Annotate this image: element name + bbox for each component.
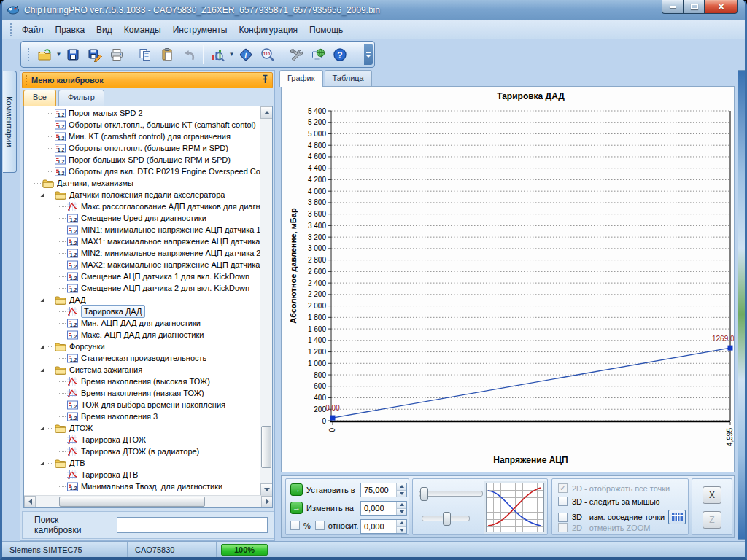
slider-top-thumb[interactable] [420, 487, 428, 501]
spin-down-icon[interactable] [397, 526, 406, 534]
tree-item[interactable]: Тарировка ДТОЖ [24, 434, 260, 446]
set-to-input[interactable]: 75,000 [360, 483, 407, 497]
toolbar-overflow-button[interactable] [364, 44, 373, 65]
tab-graph[interactable]: График [279, 70, 323, 87]
menu-view[interactable]: Вид [90, 23, 118, 37]
tree-expand-icon[interactable] [39, 460, 47, 466]
tree-item[interactable]: 1.2Порог малых SPD 2 [24, 107, 260, 119]
tools-button[interactable] [285, 44, 307, 66]
tree-expand-icon[interactable] [39, 343, 47, 349]
tree-item[interactable]: Форсунки [24, 341, 260, 352]
checkbox-3d-follow-mouse[interactable] [558, 497, 568, 506]
change-by-input[interactable]: 0,000 [360, 501, 407, 516]
tree-item[interactable]: Время накопления (низкая ТОЖ) [24, 387, 260, 399]
relative-input[interactable]: 0,000 [360, 519, 407, 534]
menu-commands[interactable]: Команды [118, 23, 167, 37]
apply-change-button[interactable]: → [290, 502, 303, 514]
copy-button[interactable] [134, 44, 156, 66]
tree-item[interactable]: Тарировка ДТОЖ (в радиаторе) [24, 446, 260, 457]
slider-bottom[interactable] [422, 516, 470, 521]
tree-item[interactable]: ДТВ [24, 457, 260, 469]
apply-set-button[interactable]: → [290, 483, 303, 496]
spin-up-icon[interactable] [397, 520, 406, 526]
open-file-button[interactable] [34, 44, 55, 66]
tree-item[interactable]: 1.2Смещение АЦП датчика 2 для вкл. KickD… [24, 282, 260, 294]
scroll-left-button[interactable] [24, 496, 36, 508]
spin-up-icon[interactable] [397, 502, 406, 508]
tree-item[interactable]: 1.2Мин. KT (camshaft control) для ограни… [24, 131, 260, 142]
chart-mode-button-dropdown[interactable]: ▼ [228, 44, 235, 66]
tree-item[interactable]: Система зажигания [24, 364, 260, 376]
tree-item[interactable]: 1.2MIN2: минимальное напряжение АЦП датч… [24, 247, 260, 259]
scroll-right-button[interactable] [261, 496, 273, 508]
info-button[interactable]: i [235, 44, 257, 66]
tree-item[interactable]: ДАД [24, 294, 260, 306]
paste-button[interactable] [156, 44, 178, 66]
tree-horizontal-scrollbar[interactable] [24, 495, 273, 508]
z-axis-button[interactable]: Z [703, 511, 721, 529]
slider-bottom-thumb[interactable] [443, 512, 451, 526]
close-button[interactable]: × [705, 0, 738, 14]
tree-vertical-scrollbar[interactable] [260, 106, 272, 496]
tree-item[interactable]: 1.2MAX1: максимальное напряжение АЦП дат… [24, 236, 260, 247]
help-button[interactable]: ? [329, 44, 351, 66]
tree-item[interactable]: ДТОЖ [24, 422, 260, 434]
tree-item[interactable]: 1.2Смещение Uped для диагностики [24, 212, 260, 224]
menu-instruments[interactable]: Инструменты [167, 23, 233, 37]
scroll-down-button[interactable] [260, 483, 273, 496]
slider-top[interactable] [419, 491, 483, 497]
search-input[interactable] [117, 517, 268, 533]
online-update-button[interactable] [307, 44, 329, 66]
checkbox-2d-cancel-zoom[interactable] [558, 523, 568, 532]
open-file-button-dropdown[interactable]: ▼ [55, 44, 62, 66]
tab-table[interactable]: Таблица [325, 70, 372, 86]
tree-expand-icon[interactable] [39, 425, 47, 431]
horizontal-scroll-thumb[interactable] [59, 497, 205, 507]
maximize-button[interactable] [684, 0, 705, 14]
tree-item[interactable]: Время накопления (высокая ТОЖ) [24, 376, 260, 387]
tab-all[interactable]: Все [23, 90, 56, 106]
tree-item[interactable]: 1.2Обороты откл.топл. (большие RPM и SPD… [24, 142, 260, 154]
tree-item[interactable]: 1.2MAX2: максимальное напряжение АЦП дат… [24, 259, 260, 271]
tree-item[interactable]: 1.2Порог больших SPD (большие RPM и SPD) [24, 154, 260, 166]
tree-item[interactable]: Макс.рассогласование АДП датчиков для ди… [24, 201, 260, 212]
tree-item[interactable]: 1.2Смещение АЦП датчика 1 для вкл. KickD… [24, 271, 260, 282]
tree-item[interactable]: Датчики, механизмы [24, 177, 260, 189]
tree-item[interactable]: 1.2Время накопления 3 [24, 411, 260, 422]
tree-item[interactable]: 1.2Статическая производительность [24, 352, 260, 364]
spin-down-icon[interactable] [397, 490, 406, 497]
spin-up-icon[interactable] [397, 483, 406, 490]
x-axis-button[interactable]: X [703, 486, 721, 504]
tree-item[interactable]: 1.2MIN1: минимальное напряжение АЦП датч… [24, 224, 260, 236]
print-button[interactable] [106, 44, 128, 66]
undo-button[interactable] [178, 44, 200, 66]
menu-file[interactable]: Файл [16, 23, 50, 37]
tree-item[interactable]: 1.2Обороты откл.топл., большие KT (camsh… [24, 119, 260, 131]
menu-configuration[interactable]: Конфигурация [233, 23, 303, 37]
grid-edit-button[interactable] [668, 510, 686, 524]
tree-item[interactable]: 1.2Мин. АЦП ДАД для диагностики [24, 317, 260, 329]
tree-item[interactable]: 1.2Макс. АЦП ДАД для диагностики [24, 329, 260, 341]
vertical-scroll-thumb[interactable] [261, 426, 271, 468]
tree-item-selected[interactable]: Тарировка ДАД [24, 306, 260, 317]
tree-expand-icon[interactable] [39, 367, 47, 373]
pin-icon[interactable] [261, 74, 269, 87]
tree-expand-icon[interactable] [39, 297, 47, 303]
curve-preview-button[interactable] [486, 483, 544, 532]
checkbox-3d-edit-adjacent[interactable] [558, 513, 568, 522]
tree-item[interactable]: 1.2Минимальная Твозд. для диагностики [24, 481, 260, 492]
relative-checkbox[interactable] [315, 521, 325, 530]
tree-item[interactable]: Тарировка ДТВ [24, 469, 260, 481]
tree-item[interactable]: 1.2Обороты для вкл. DTC P0219 Engine Ove… [24, 166, 260, 177]
scroll-up-button[interactable] [260, 106, 273, 119]
percent-checkbox[interactable] [290, 521, 300, 530]
minimize-button[interactable] [662, 0, 684, 14]
menu-help[interactable]: Помощь [303, 23, 349, 37]
tree-item[interactable]: 1.2ТОЖ для выбора времени накопления [24, 399, 260, 411]
tab-comments[interactable]: Комментарии [3, 71, 17, 173]
checkbox-2d-show-all-points[interactable]: ✓ [558, 483, 568, 493]
chart-mode-button[interactable] [206, 44, 228, 66]
save-as-button[interactable] [84, 44, 106, 66]
menu-edit[interactable]: Правка [50, 23, 91, 37]
zoom-search-button[interactable]: 110 [257, 44, 279, 66]
